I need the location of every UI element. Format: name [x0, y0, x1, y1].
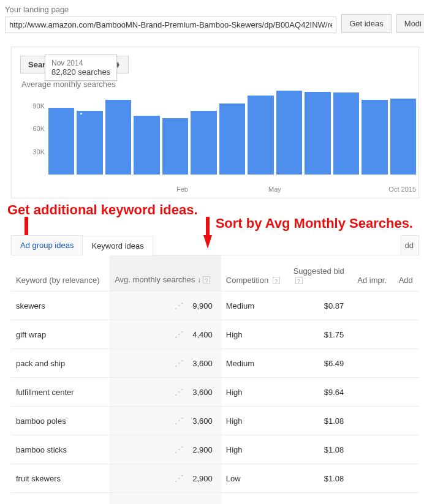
chart-bar[interactable]	[77, 111, 102, 175]
help-icon[interactable]: ?	[295, 277, 303, 284]
x-tick: Feb	[176, 186, 188, 193]
keyword-cell[interactable]: bamboo poles	[16, 416, 66, 426]
competition-cell: Low	[221, 493, 289, 505]
modify-search-button[interactable]: Modi	[396, 14, 424, 33]
col-avg-searches[interactable]: Avg. monthly searches ↓?	[110, 255, 221, 291]
bid-cell: $1.75	[289, 320, 353, 349]
tooltip-date: Nov 2014	[51, 59, 110, 67]
landing-page-input[interactable]	[5, 17, 336, 33]
bid-cell: $1.08	[289, 464, 353, 493]
col-suggested-bid[interactable]: Suggested bid?	[289, 255, 353, 291]
competition-cell: High	[221, 378, 289, 407]
y-tick: 60K	[32, 125, 45, 132]
help-icon[interactable]: ?	[203, 276, 210, 284]
col-keyword[interactable]: Keyword (by relevance)	[11, 255, 110, 291]
hover-marker	[79, 111, 83, 116]
keyword-cell[interactable]: fruit skewers	[16, 474, 61, 483]
competition-cell: High	[221, 320, 289, 349]
trend-icon[interactable]: ⋰	[175, 359, 184, 367]
table-row: bamboo sticks⋰ 2,900High$1.08	[11, 435, 419, 464]
keyword-cell[interactable]: skewers	[16, 301, 45, 310]
chart-bar[interactable]	[105, 100, 131, 175]
col-ad-impr[interactable]: Ad impr.	[352, 255, 393, 291]
trend-icon[interactable]: ⋰	[175, 416, 184, 425]
add-all-button[interactable]: dd	[401, 235, 419, 255]
x-tick: May	[268, 186, 281, 193]
chart-bar[interactable]	[134, 116, 159, 175]
bid-cell: $0.57	[289, 493, 353, 505]
keyword-cell[interactable]: gift wrap	[16, 330, 46, 339]
keyword-cell[interactable]: pack and ship	[16, 359, 65, 368]
help-icon[interactable]: ?	[273, 277, 280, 284]
bid-cell: $1.08	[289, 435, 353, 464]
table-row: fulfillment center⋰ 3,600High$9.64	[11, 378, 419, 407]
chart-bar[interactable]	[305, 92, 330, 175]
competition-cell: High	[221, 435, 289, 464]
y-tick: 90K	[32, 102, 45, 110]
keyword-table: Keyword (by relevance) Avg. monthly sear…	[11, 255, 419, 504]
table-row: gift wrap⋰ 4,400High$1.75	[11, 320, 419, 349]
keyword-cell[interactable]: fulfillment center	[16, 388, 74, 397]
competition-cell: High	[221, 407, 289, 435]
table-row: pack and ship⋰ 3,600Medium$6.49	[11, 349, 419, 378]
keyword-cell[interactable]: bamboo sticks	[16, 445, 67, 454]
get-ideas-button[interactable]: Get ideas	[341, 14, 392, 33]
tab-keyword-ideas[interactable]: Keyword ideas	[82, 236, 153, 255]
y-tick: 30K	[32, 148, 45, 156]
tooltip-value: 82,820 searches	[51, 67, 110, 77]
chart-bar[interactable]	[162, 118, 188, 175]
table-row: fruit skewers⋰ 2,900Low$1.08	[11, 464, 419, 493]
chart-bar[interactable]	[248, 96, 273, 175]
chart-subtitle: Average monthly searches	[21, 80, 418, 89]
x-tick: Oct 2015	[388, 186, 416, 193]
chart-bar[interactable]	[48, 108, 74, 175]
chart-bar[interactable]	[219, 103, 245, 175]
table-row: amazon photo storage⋰ 2,400Low$0.57	[11, 493, 419, 505]
bid-cell: $9.64	[289, 378, 353, 407]
tab-ad-group-ideas[interactable]: Ad group ideas	[11, 235, 83, 255]
col-add[interactable]: Add	[394, 255, 419, 291]
chart-bar[interactable]	[276, 91, 302, 175]
competition-cell: Medium	[221, 349, 289, 378]
trend-icon[interactable]: ⋰	[175, 474, 184, 483]
trend-icon[interactable]: ⋰	[175, 301, 184, 310]
col-competition[interactable]: Competition ?	[221, 255, 289, 291]
sort-desc-icon: ↓	[197, 276, 201, 284]
table-row: bamboo poles⋰ 3,600High$1.08	[11, 407, 419, 435]
landing-page-label: Your landing page	[5, 5, 336, 14]
competition-cell: Low	[221, 464, 289, 493]
chart-bar[interactable]	[333, 92, 359, 175]
trend-icon[interactable]: ⋰	[175, 388, 184, 396]
chart-tooltip: Nov 2014 82,820 searches	[45, 55, 117, 81]
chart-bar[interactable]	[390, 99, 416, 175]
chart-bar[interactable]	[362, 100, 387, 175]
bid-cell: $1.08	[289, 407, 353, 435]
chart-bar[interactable]	[191, 111, 216, 175]
competition-cell: Medium	[221, 291, 289, 320]
trend-icon[interactable]: ⋰	[175, 445, 184, 454]
bid-cell: $6.49	[289, 349, 353, 378]
chart-area: 90K 60K 30K Feb May Oct 2015	[20, 83, 418, 193]
chart-card: Search volume trends ▲▼ Average monthly …	[11, 47, 419, 198]
table-row: skewers⋰ 9,900Medium$0.87	[11, 291, 419, 320]
trend-icon[interactable]: ⋰	[175, 330, 184, 339]
bid-cell: $0.87	[289, 291, 353, 320]
